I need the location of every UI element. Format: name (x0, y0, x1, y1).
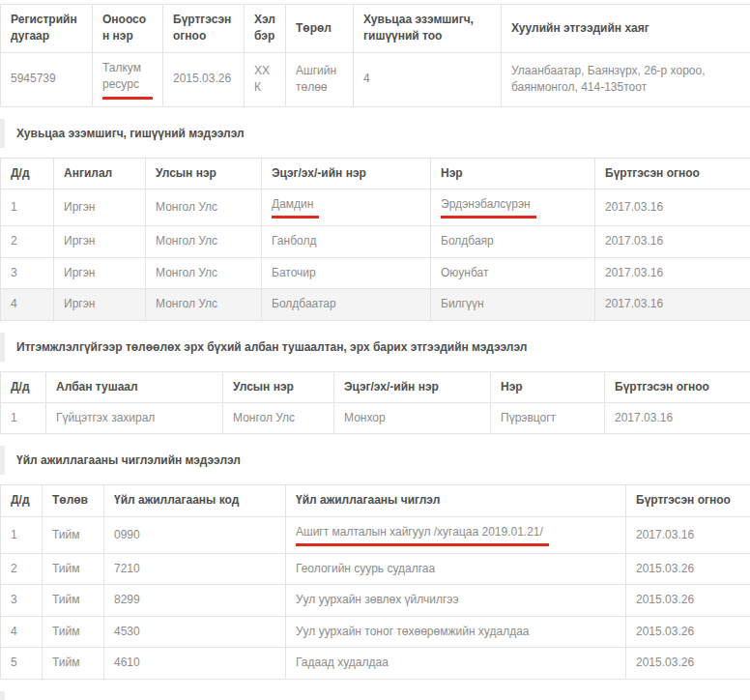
shareholders-header-row: Д/д Ангилал Улсын нэр Эцэг/эх/-ийн нэр Н… (1, 158, 750, 189)
table-row: 3 Иргэн Монгол Улс Баточир Оюунбат 2017.… (1, 257, 750, 288)
index-cell: 1 (1, 402, 46, 433)
reg-date-cell: 2015.03.26 (626, 585, 750, 616)
status-cell: Тийм (43, 648, 104, 679)
table-row: 1 Тийм 0990 Ашигт малталын хайгуул /хуга… (1, 516, 750, 553)
status-cell: Тийм (43, 585, 104, 616)
position-cell: Гүйцэтгэх захирал (46, 402, 223, 433)
company-registry-page: Регистрийн дугаар Оноосон нэр Бүртгэсэн … (0, 0, 750, 700)
index-cell: 1 (1, 516, 43, 553)
company-name-red-underlined: Талкум ресурс (102, 60, 153, 100)
patronymic-red-underlined: Дамдин (272, 196, 319, 219)
table-row: 5 Тийм 4610 Гадаад худалдаа 2015.03.26 (1, 648, 750, 679)
status-cell: Тийм (43, 516, 104, 553)
section-title-activities: Үйл ажиллагааны чиглэлийн мэдээлэл (0, 446, 750, 475)
column-header-activity-direction: Үйл ажиллагааны чиглэл (286, 485, 626, 516)
column-header-index: Д/д (1, 158, 54, 189)
section-title-officials: Итгэмжлэлгүйгээр төлөөлөх эрх бүхий алба… (0, 333, 750, 362)
index-cell: 1 (1, 189, 54, 225)
column-header-index: Д/д (1, 371, 46, 402)
name-cell: Билгүүн (431, 289, 595, 320)
column-header-address: Хуулийн этгээдийн хаяг (502, 5, 750, 53)
column-header-reg-date: Бүртгэсэн огноо (626, 485, 750, 516)
company-name-cell: Талкум ресурс (93, 52, 163, 106)
name-cell: Пүрэвцогт (491, 402, 605, 433)
shareholders-table: Д/д Ангилал Улсын нэр Эцэг/эх/-ийн нэр Н… (0, 158, 750, 321)
form-cell: ХХК (245, 52, 286, 106)
index-cell: 2 (1, 226, 54, 257)
table-row: 4 Иргэн Монгол Улс Болдбаатар Билгүүн 20… (1, 289, 750, 320)
activity-direction-cell: Уул уурхайн тоног төхөөрөмжийн худалдаа (286, 616, 626, 647)
type-cell: Ашгийн төлөө (286, 52, 354, 106)
activity-code-cell: 4530 (104, 616, 286, 647)
index-cell: 3 (1, 585, 43, 616)
category-cell: Иргэн (54, 257, 146, 288)
reg-date-cell: 2017.03.16 (595, 289, 750, 320)
reg-date-cell: 2015.03.26 (626, 554, 750, 585)
table-row: 2 Тийм 7210 Геологийн суурь судалгаа 201… (1, 554, 750, 585)
officials-table: Д/д Албан тушаал Улсын нэр Эцэг/эх/-ийн … (0, 371, 750, 435)
column-header-company-name: Оноосон нэр (93, 5, 163, 53)
activity-code-cell: 8299 (104, 585, 286, 616)
reg-date-cell: 2017.03.16 (595, 226, 750, 257)
activity-code-cell: 7210 (104, 554, 286, 585)
reg-date-cell: 2017.03.16 (626, 516, 750, 553)
category-cell: Иргэн (54, 226, 146, 257)
reg-date-cell: 2017.03.16 (605, 402, 750, 433)
activity-direction-cell: Гадаад худалдаа (286, 648, 626, 679)
index-cell: 5 (1, 648, 43, 679)
patronymic-cell: Ганболд (262, 226, 431, 257)
company-info-table: Регистрийн дугаар Оноосон нэр Бүртгэсэн … (0, 4, 750, 107)
column-header-position: Албан тушаал (46, 371, 223, 402)
country-cell: Монгол Улс (223, 402, 334, 433)
company-header-row: Регистрийн дугаар Оноосон нэр Бүртгэсэн … (1, 5, 750, 53)
patronymic-cell: Баточир (262, 257, 431, 288)
name-cell: Болдбаяр (431, 226, 595, 257)
name-cell: Оюунбат (431, 257, 595, 288)
column-header-patronymic: Эцэг/эх/-ийн нэр (262, 158, 431, 189)
column-header-name: Нэр (491, 371, 605, 402)
address-cell: Улаанбаатар, Баянзүрх, 26-р хороо, баянм… (502, 52, 750, 106)
category-cell: Иргэн (54, 289, 146, 320)
reg-date-cell: 2015.03.26 (626, 648, 750, 679)
section-title-ultimate-owner: Эцсийн өмчлөгч (0, 691, 750, 700)
column-header-reg-date: Бүртгэсэн огноо (595, 158, 750, 189)
patronymic-cell: Монхор (334, 402, 491, 433)
activity-direction-red-underlined: Ашигт малталын хайгуул /хугацаа 2019.01.… (296, 524, 549, 546)
reg-date-cell: 2017.03.16 (595, 257, 750, 288)
table-row: 1 Гүйцэтгэх захирал Монгол Улс Монхор Пү… (1, 402, 750, 433)
shareholder-count-cell: 4 (354, 52, 502, 106)
status-cell: Тийм (43, 554, 104, 585)
country-cell: Монгол Улс (146, 189, 262, 225)
table-row: 2 Иргэн Монгол Улс Ганболд Болдбаяр 2017… (1, 226, 750, 257)
column-header-reg-number: Регистрийн дугаар (1, 5, 93, 53)
column-header-reg-date: Бүртгэсэн огноо (163, 5, 245, 53)
column-header-country: Улсын нэр (223, 371, 334, 402)
activity-code-cell: 0990 (104, 516, 286, 553)
index-cell: 4 (1, 616, 43, 647)
patronymic-cell: Дамдин (262, 189, 431, 225)
column-header-reg-date: Бүртгэсэн огноо (605, 371, 750, 402)
activities-header-row: Д/д Төлөв Үйл ажиллагааны код Үйл ажилла… (1, 485, 750, 516)
section-title-shareholders: Хувьцаа эзэмшигч, гишүүний мэдээлэл (0, 119, 750, 148)
officials-header-row: Д/д Албан тушаал Улсын нэр Эцэг/эх/-ийн … (1, 371, 750, 402)
index-cell: 2 (1, 554, 43, 585)
country-cell: Монгол Улс (146, 226, 262, 257)
company-info-row: 5945739 Талкум ресурс 2015.03.26 ХХК Ашг… (1, 52, 750, 106)
table-row: 1 Иргэн Монгол Улс Дамдин Эрдэнэбалсүрэн… (1, 189, 750, 225)
activity-direction-cell: Геологийн суурь судалгаа (286, 554, 626, 585)
reg-date-cell: 2015.03.26 (626, 616, 750, 647)
column-header-shareholder-count: Хувьцаа эзэмшигч, гишүүний тоо (354, 5, 502, 53)
column-header-activity-code: Үйл ажиллагааны код (104, 485, 286, 516)
activity-direction-cell: Ашигт малталын хайгуул /хугацаа 2019.01.… (286, 516, 626, 553)
index-cell: 4 (1, 289, 54, 320)
reg-date-cell: 2017.03.16 (595, 189, 750, 225)
column-header-category: Ангилал (54, 158, 146, 189)
name-red-underlined: Эрдэнэбалсүрэн (441, 196, 536, 219)
column-header-name: Нэр (431, 158, 595, 189)
category-cell: Иргэн (54, 189, 146, 225)
column-header-index: Д/д (1, 485, 43, 516)
column-header-country: Улсын нэр (146, 158, 262, 189)
activity-direction-cell: Уул уурхайн зөвлөх үйлчилгээ (286, 585, 626, 616)
status-cell: Тийм (43, 616, 104, 647)
column-header-patronymic: Эцэг/эх/-ийн нэр (334, 371, 491, 402)
